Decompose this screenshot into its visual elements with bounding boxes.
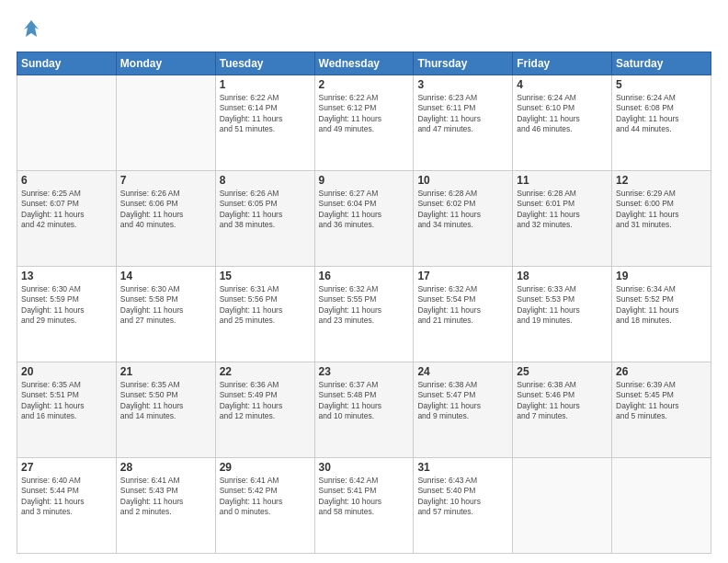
day-info: Sunrise: 6:38 AM Sunset: 5:47 PM Dayligh… [417, 380, 508, 422]
calendar-cell [17, 75, 117, 171]
day-info: Sunrise: 6:32 AM Sunset: 5:55 PM Dayligh… [319, 284, 410, 327]
calendar-cell: 1Sunrise: 6:22 AM Sunset: 6:14 PM Daylig… [215, 75, 314, 171]
day-number: 4 [517, 78, 608, 91]
day-info: Sunrise: 6:24 AM Sunset: 6:10 PM Dayligh… [517, 93, 608, 135]
calendar-cell: 6Sunrise: 6:25 AM Sunset: 6:07 PM Daylig… [17, 171, 117, 267]
day-info: Sunrise: 6:38 AM Sunset: 5:46 PM Dayligh… [517, 380, 608, 422]
calendar-week-4: 20Sunrise: 6:35 AM Sunset: 5:51 PM Dayli… [17, 362, 711, 458]
day-number: 29 [220, 461, 311, 474]
header [17, 17, 711, 42]
calendar-header-sunday: Sunday [17, 52, 117, 75]
calendar-cell [116, 75, 215, 171]
day-info: Sunrise: 6:33 AM Sunset: 5:53 PM Dayligh… [517, 284, 608, 327]
calendar-cell [612, 458, 711, 554]
day-info: Sunrise: 6:29 AM Sunset: 6:00 PM Dayligh… [616, 189, 707, 231]
day-number: 9 [319, 174, 410, 187]
day-number: 13 [21, 270, 112, 282]
calendar-table: SundayMondayTuesdayWednesdayThursdayFrid… [17, 52, 711, 554]
calendar-cell: 4Sunrise: 6:24 AM Sunset: 6:10 PM Daylig… [513, 75, 612, 171]
calendar-cell: 15Sunrise: 6:31 AM Sunset: 5:56 PM Dayli… [215, 267, 314, 362]
calendar-cell: 8Sunrise: 6:26 AM Sunset: 6:05 PM Daylig… [215, 171, 314, 267]
calendar-week-5: 27Sunrise: 6:40 AM Sunset: 5:44 PM Dayli… [17, 458, 711, 554]
day-number: 2 [319, 78, 410, 91]
day-number: 18 [517, 270, 608, 282]
day-info: Sunrise: 6:31 AM Sunset: 5:56 PM Dayligh… [220, 284, 311, 327]
day-number: 16 [319, 270, 410, 282]
day-number: 27 [21, 461, 112, 474]
calendar-cell: 3Sunrise: 6:23 AM Sunset: 6:11 PM Daylig… [414, 75, 513, 171]
calendar-header-thursday: Thursday [414, 52, 513, 75]
calendar-week-3: 13Sunrise: 6:30 AM Sunset: 5:59 PM Dayli… [17, 267, 711, 362]
day-info: Sunrise: 6:34 AM Sunset: 5:52 PM Dayligh… [616, 284, 707, 327]
calendar-cell: 5Sunrise: 6:24 AM Sunset: 6:08 PM Daylig… [612, 75, 711, 171]
day-number: 10 [417, 174, 508, 187]
day-number: 26 [616, 365, 707, 378]
day-info: Sunrise: 6:39 AM Sunset: 5:45 PM Dayligh… [616, 380, 707, 422]
day-number: 30 [319, 461, 410, 474]
day-info: Sunrise: 6:26 AM Sunset: 6:05 PM Dayligh… [220, 189, 311, 231]
calendar-cell: 2Sunrise: 6:22 AM Sunset: 6:12 PM Daylig… [314, 75, 414, 171]
day-number: 21 [120, 365, 211, 378]
day-info: Sunrise: 6:37 AM Sunset: 5:48 PM Dayligh… [319, 380, 410, 422]
calendar-cell: 7Sunrise: 6:26 AM Sunset: 6:06 PM Daylig… [116, 171, 215, 267]
day-number: 8 [220, 174, 311, 187]
day-info: Sunrise: 6:30 AM Sunset: 5:59 PM Dayligh… [21, 284, 112, 327]
day-info: Sunrise: 6:42 AM Sunset: 5:41 PM Dayligh… [319, 476, 410, 518]
calendar-cell: 13Sunrise: 6:30 AM Sunset: 5:59 PM Dayli… [17, 267, 117, 362]
day-number: 6 [21, 174, 112, 187]
calendar-cell: 30Sunrise: 6:42 AM Sunset: 5:41 PM Dayli… [314, 458, 414, 554]
calendar-header-tuesday: Tuesday [215, 52, 314, 75]
calendar-cell: 19Sunrise: 6:34 AM Sunset: 5:52 PM Dayli… [612, 267, 711, 362]
day-info: Sunrise: 6:30 AM Sunset: 5:58 PM Dayligh… [120, 284, 211, 327]
calendar-cell: 16Sunrise: 6:32 AM Sunset: 5:55 PM Dayli… [314, 267, 414, 362]
day-info: Sunrise: 6:41 AM Sunset: 5:43 PM Dayligh… [120, 476, 211, 518]
day-number: 22 [220, 365, 311, 378]
day-info: Sunrise: 6:35 AM Sunset: 5:50 PM Dayligh… [120, 380, 211, 422]
day-number: 17 [417, 270, 508, 282]
calendar-cell: 28Sunrise: 6:41 AM Sunset: 5:43 PM Dayli… [116, 458, 215, 554]
day-info: Sunrise: 6:22 AM Sunset: 6:14 PM Dayligh… [220, 93, 311, 135]
day-number: 12 [616, 174, 707, 187]
calendar-cell: 9Sunrise: 6:27 AM Sunset: 6:04 PM Daylig… [314, 171, 414, 267]
day-info: Sunrise: 6:28 AM Sunset: 6:01 PM Dayligh… [517, 189, 608, 231]
calendar-cell: 22Sunrise: 6:36 AM Sunset: 5:49 PM Dayli… [215, 362, 314, 458]
day-info: Sunrise: 6:40 AM Sunset: 5:44 PM Dayligh… [21, 476, 112, 518]
calendar-cell: 23Sunrise: 6:37 AM Sunset: 5:48 PM Dayli… [314, 362, 414, 458]
day-number: 3 [417, 78, 508, 91]
day-info: Sunrise: 6:27 AM Sunset: 6:04 PM Dayligh… [319, 189, 410, 231]
day-info: Sunrise: 6:35 AM Sunset: 5:51 PM Dayligh… [21, 380, 112, 422]
calendar-week-1: 1Sunrise: 6:22 AM Sunset: 6:14 PM Daylig… [17, 75, 711, 171]
calendar-cell [513, 458, 612, 554]
day-number: 31 [417, 461, 508, 474]
day-number: 28 [120, 461, 211, 474]
day-number: 20 [21, 365, 112, 378]
day-info: Sunrise: 6:41 AM Sunset: 5:42 PM Dayligh… [220, 476, 311, 518]
logo-bird-icon [18, 17, 44, 42]
day-info: Sunrise: 6:32 AM Sunset: 5:54 PM Dayligh… [417, 284, 508, 327]
day-number: 14 [120, 270, 211, 282]
calendar-cell: 12Sunrise: 6:29 AM Sunset: 6:00 PM Dayli… [612, 171, 711, 267]
day-number: 15 [220, 270, 311, 282]
calendar-cell: 14Sunrise: 6:30 AM Sunset: 5:58 PM Dayli… [116, 267, 215, 362]
day-number: 23 [319, 365, 410, 378]
day-number: 7 [120, 174, 211, 187]
calendar-cell: 11Sunrise: 6:28 AM Sunset: 6:01 PM Dayli… [513, 171, 612, 267]
calendar-cell: 26Sunrise: 6:39 AM Sunset: 5:45 PM Dayli… [612, 362, 711, 458]
day-number: 1 [220, 78, 311, 91]
page: SundayMondayTuesdayWednesdayThursdayFrid… [0, 0, 728, 563]
calendar-cell: 17Sunrise: 6:32 AM Sunset: 5:54 PM Dayli… [414, 267, 513, 362]
day-info: Sunrise: 6:24 AM Sunset: 6:08 PM Dayligh… [616, 93, 707, 135]
svg-marker-0 [24, 20, 39, 37]
day-info: Sunrise: 6:43 AM Sunset: 5:40 PM Dayligh… [417, 476, 508, 518]
calendar-cell: 29Sunrise: 6:41 AM Sunset: 5:42 PM Dayli… [215, 458, 314, 554]
day-number: 11 [517, 174, 608, 187]
calendar-header-monday: Monday [116, 52, 215, 75]
calendar-cell: 21Sunrise: 6:35 AM Sunset: 5:50 PM Dayli… [116, 362, 215, 458]
logo [17, 17, 44, 42]
calendar-week-2: 6Sunrise: 6:25 AM Sunset: 6:07 PM Daylig… [17, 171, 711, 267]
day-number: 5 [616, 78, 707, 91]
day-number: 19 [616, 270, 707, 282]
calendar-cell: 31Sunrise: 6:43 AM Sunset: 5:40 PM Dayli… [414, 458, 513, 554]
calendar-cell: 10Sunrise: 6:28 AM Sunset: 6:02 PM Dayli… [414, 171, 513, 267]
calendar-cell: 24Sunrise: 6:38 AM Sunset: 5:47 PM Dayli… [414, 362, 513, 458]
